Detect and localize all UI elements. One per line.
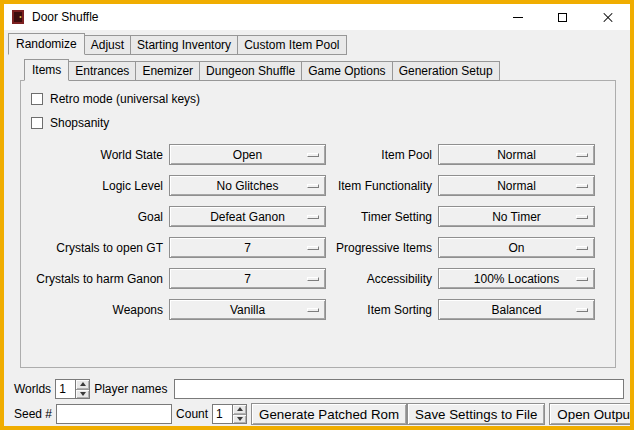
- logic-level-dropdown[interactable]: No Glitches: [169, 175, 326, 196]
- accessibility-dropdown[interactable]: 100% Locations: [438, 268, 595, 289]
- worlds-down-button[interactable]: [76, 389, 89, 399]
- tab-randomize[interactable]: Randomize: [8, 33, 85, 55]
- timer-setting-value: No Timer: [492, 210, 541, 224]
- progressive-items-dropdown[interactable]: On: [438, 237, 595, 258]
- crystals-ganon-value: 7: [244, 272, 251, 286]
- seed-row: Seed # Count Generate Patched Rom Save S…: [10, 403, 624, 425]
- tab-custom-item-pool[interactable]: Custom Item Pool: [237, 35, 346, 55]
- outer-tab-bar: Randomize Adjust Starting Inventory Cust…: [4, 33, 630, 55]
- crystals-ganon-dropdown[interactable]: 7: [169, 268, 326, 289]
- count-label: Count: [172, 407, 212, 421]
- tab-enemizer[interactable]: Enemizer: [135, 61, 200, 81]
- weapons-dropdown[interactable]: Vanilla: [169, 299, 326, 320]
- seed-input[interactable]: [56, 404, 172, 424]
- progressive-items-value: On: [508, 241, 524, 255]
- worlds-input[interactable]: [55, 379, 75, 399]
- items-pane: Retro mode (universal keys) Shopsanity W…: [20, 80, 616, 368]
- shopsanity-checkbox[interactable]: [31, 117, 43, 129]
- tab-generation-setup[interactable]: Generation Setup: [392, 61, 500, 81]
- accessibility-label: Accessibility: [332, 272, 432, 286]
- arrow-down-icon: [80, 392, 86, 396]
- minimize-icon: [513, 17, 523, 18]
- goal-dropdown[interactable]: Defeat Ganon: [169, 206, 326, 227]
- window-body: Randomize Adjust Starting Inventory Cust…: [4, 33, 630, 429]
- dropdown-indicator-icon: [307, 215, 319, 219]
- world-state-dropdown[interactable]: Open: [169, 144, 326, 165]
- goal-label: Goal: [27, 210, 163, 224]
- item-functionality-label: Item Functionality: [332, 179, 432, 193]
- tab-starting-inventory[interactable]: Starting Inventory: [130, 35, 238, 55]
- item-sorting-label: Item Sorting: [332, 303, 432, 317]
- item-functionality-dropdown[interactable]: Normal: [438, 175, 595, 196]
- retro-mode-label: Retro mode (universal keys): [50, 92, 200, 106]
- generate-patched-rom-button[interactable]: Generate Patched Rom: [251, 403, 407, 425]
- item-pool-value: Normal: [497, 148, 536, 162]
- dropdown-indicator-icon: [576, 246, 588, 250]
- count-down-button[interactable]: [233, 414, 246, 424]
- accessibility-value: 100% Locations: [474, 272, 559, 286]
- crystals-ganon-label: Crystals to harm Ganon: [27, 272, 163, 286]
- count-up-button[interactable]: [233, 405, 246, 414]
- retro-mode-checkbox[interactable]: [31, 93, 43, 105]
- worlds-up-button[interactable]: [76, 380, 89, 389]
- minimize-button[interactable]: [495, 4, 540, 30]
- dropdown-indicator-icon: [576, 308, 588, 312]
- arrow-up-icon: [80, 382, 86, 386]
- dropdown-indicator-icon: [576, 153, 588, 157]
- tab-entrances[interactable]: Entrances: [68, 61, 136, 81]
- item-sorting-value: Balanced: [491, 303, 541, 317]
- shopsanity-label: Shopsanity: [50, 116, 109, 130]
- dropdown-indicator-icon: [576, 277, 588, 281]
- tab-items[interactable]: Items: [24, 59, 69, 81]
- tab-adjust[interactable]: Adjust: [84, 35, 131, 55]
- tab-game-options[interactable]: Game Options: [301, 61, 392, 81]
- dropdown-indicator-icon: [576, 184, 588, 188]
- item-functionality-value: Normal: [497, 179, 536, 193]
- world-state-value: Open: [233, 148, 262, 162]
- save-settings-button[interactable]: Save Settings to File: [407, 403, 545, 425]
- weapons-value: Vanilla: [230, 303, 265, 317]
- worlds-label: Worlds: [10, 382, 55, 396]
- crystals-gt-value: 7: [244, 241, 251, 255]
- world-state-label: World State: [27, 148, 163, 162]
- item-pool-label: Item Pool: [332, 148, 432, 162]
- logic-level-value: No Glitches: [216, 179, 278, 193]
- worlds-spinner[interactable]: [55, 379, 90, 399]
- app-icon: [10, 9, 26, 25]
- progressive-items-label: Progressive Items: [332, 241, 432, 255]
- count-spinner[interactable]: [212, 404, 247, 424]
- retro-mode-checkbox-row[interactable]: Retro mode (universal keys): [31, 92, 615, 106]
- arrow-up-icon: [237, 407, 243, 411]
- inner-tab-bar: Items Entrances Enemizer Dungeon Shuffle…: [4, 59, 630, 81]
- timer-setting-label: Timer Setting: [332, 210, 432, 224]
- worlds-row: Worlds Player names: [10, 378, 624, 400]
- titlebar[interactable]: Door Shuffle: [4, 4, 630, 30]
- open-output-directory-button[interactable]: Open Output Directory: [549, 403, 634, 425]
- dropdown-indicator-icon: [307, 277, 319, 281]
- count-input[interactable]: [212, 404, 232, 424]
- window-controls: [495, 4, 630, 30]
- dropdown-indicator-icon: [307, 246, 319, 250]
- window-title: Door Shuffle: [32, 10, 99, 24]
- dropdown-indicator-icon: [307, 308, 319, 312]
- window: Door Shuffle Randomize Adjust Starting I…: [0, 0, 634, 430]
- timer-setting-dropdown[interactable]: No Timer: [438, 206, 595, 227]
- close-button[interactable]: [585, 4, 630, 30]
- dropdown-indicator-icon: [307, 184, 319, 188]
- item-sorting-dropdown[interactable]: Balanced: [438, 299, 595, 320]
- item-pool-dropdown[interactable]: Normal: [438, 144, 595, 165]
- maximize-button[interactable]: [540, 4, 585, 30]
- player-names-label: Player names: [90, 382, 171, 396]
- weapons-label: Weapons: [27, 303, 163, 317]
- seed-label: Seed #: [10, 407, 56, 421]
- close-icon: [602, 11, 614, 23]
- crystals-gt-label: Crystals to open GT: [27, 241, 163, 255]
- crystals-gt-dropdown[interactable]: 7: [169, 237, 326, 258]
- maximize-icon: [558, 13, 567, 22]
- options-form: World State Open Item Pool Normal Logic …: [21, 130, 615, 320]
- tab-dungeon-shuffle[interactable]: Dungeon Shuffle: [199, 61, 302, 81]
- shopsanity-checkbox-row[interactable]: Shopsanity: [31, 116, 615, 130]
- player-names-input[interactable]: [174, 379, 625, 399]
- dropdown-indicator-icon: [576, 215, 588, 219]
- count-spinner-arrows: [232, 404, 247, 424]
